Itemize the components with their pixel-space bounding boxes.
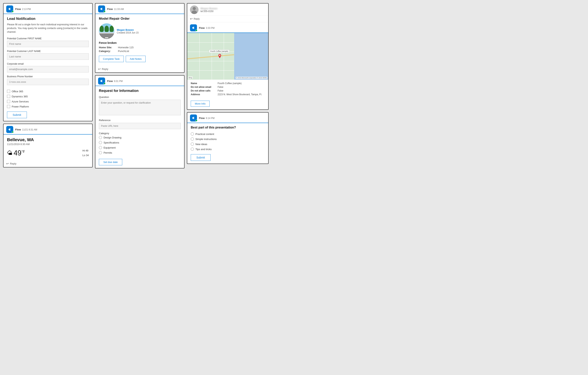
contact-header: Megan Bowen tel:555-0150 bbox=[187, 3, 268, 16]
dynamics365-checkbox[interactable] bbox=[7, 95, 10, 98]
issue-label: Fence broken bbox=[99, 41, 181, 44]
repair-reply: ↩ Reply bbox=[95, 66, 184, 72]
reply-arrow-icon: ↩ bbox=[6, 162, 9, 165]
survey-time: 6:14 PM bbox=[206, 117, 215, 119]
road bbox=[99, 33, 115, 39]
crm-address-val: 2223 N. West Shore Boulevard, Tampa, Fl. bbox=[218, 93, 262, 96]
specifications-radio[interactable] bbox=[99, 141, 102, 144]
contact-avatar bbox=[190, 5, 199, 14]
repair-title: Model Repair Order bbox=[99, 17, 181, 21]
practical-label: Practical content bbox=[195, 133, 214, 136]
more-info-button[interactable]: More Info bbox=[191, 101, 210, 107]
rfi-card: Flow 6:01 PM Request for Information Que… bbox=[95, 75, 185, 168]
svg-point-3 bbox=[219, 55, 220, 56]
power-platform-checkbox[interactable] bbox=[7, 105, 10, 108]
road-v3 bbox=[224, 33, 224, 80]
survey-title: Best part of this presentation? bbox=[191, 126, 265, 129]
power-platform-label: Power Platform bbox=[12, 105, 29, 108]
weather-sender: Flow bbox=[15, 128, 21, 131]
crm-email-key: Do not allow email bbox=[191, 86, 216, 88]
radio-simple[interactable]: Simple instructions bbox=[191, 138, 265, 140]
person-date: Created 2019 Jun 15 bbox=[117, 31, 139, 34]
url-input[interactable] bbox=[99, 123, 181, 129]
temp-unit: °F bbox=[21, 150, 25, 154]
office365-checkbox[interactable] bbox=[7, 90, 10, 93]
repair-reply-label[interactable]: Reply bbox=[102, 68, 108, 71]
person-info: Megan Bowen Created 2019 Jun 15 bbox=[117, 28, 139, 34]
equipment-label: Equipment bbox=[104, 146, 116, 149]
reply-arrow-repair-icon: ↩ bbox=[98, 67, 101, 71]
repair-header-meta: Flow 11:33 AM bbox=[107, 8, 124, 11]
road-h4 bbox=[187, 70, 234, 71]
category-radio-group: Design Drawing Specifications Equipment … bbox=[99, 136, 181, 154]
person-row: Megan Bowen Created 2019 Jun 15 bbox=[99, 23, 181, 39]
card-title: Lead Notification bbox=[7, 17, 89, 21]
rfi-time: 6:01 PM bbox=[114, 80, 123, 83]
rfi-header-meta: Flow 6:01 PM bbox=[107, 80, 123, 83]
azure-checkbox[interactable] bbox=[7, 100, 10, 103]
azure-label: Azure Services bbox=[12, 100, 29, 103]
radio-equipment[interactable]: Equipment bbox=[99, 146, 181, 149]
checkbox-dynamics365[interactable]: Dynamics 365 bbox=[7, 95, 89, 98]
radio-permits[interactable]: Permits bbox=[99, 151, 181, 154]
hi-temp: Hi 49 bbox=[82, 148, 89, 153]
online-indicator bbox=[12, 11, 14, 12]
reply-label[interactable]: Reply bbox=[10, 162, 16, 165]
radio-design-drawing[interactable]: Design Drawing bbox=[99, 136, 181, 139]
simple-label: Simple instructions bbox=[195, 138, 217, 140]
add-notes-button[interactable]: Add Notes bbox=[126, 56, 146, 62]
online-indicator-repair bbox=[104, 11, 105, 12]
simple-radio[interactable] bbox=[191, 138, 194, 140]
radio-tips[interactable]: Tips and tricks bbox=[191, 148, 265, 151]
checkbox-azure[interactable]: Azure Services bbox=[7, 100, 89, 103]
map-header-meta: Flow 3:33 PM bbox=[199, 26, 214, 29]
last-name-input[interactable] bbox=[7, 53, 89, 60]
temperature: 49°F bbox=[14, 149, 25, 157]
flow-icon-repair bbox=[98, 5, 105, 12]
radio-new-ideas[interactable]: New ideas bbox=[191, 142, 265, 146]
office365-label: Office 365 bbox=[12, 90, 23, 93]
email-label: Corporate email bbox=[7, 63, 89, 65]
weather-reply: ↩ Reply bbox=[3, 160, 92, 167]
phone-input[interactable] bbox=[7, 79, 89, 85]
design-drawing-radio[interactable] bbox=[99, 136, 102, 139]
practical-radio[interactable] bbox=[191, 132, 194, 136]
set-due-date-button[interactable]: Set due date bbox=[99, 159, 122, 165]
specifications-label: Specifications bbox=[104, 141, 119, 144]
email-input[interactable] bbox=[7, 66, 89, 72]
flow-icon-survey bbox=[190, 115, 197, 121]
map-label: Fourth Coffee (sample) bbox=[209, 50, 229, 53]
contact-reply-label[interactable]: Reply bbox=[194, 18, 200, 20]
permits-radio[interactable] bbox=[99, 151, 102, 154]
road-h1 bbox=[187, 42, 234, 43]
repair-order-card: Flow 11:33 AM Model Repair Order bbox=[95, 3, 185, 73]
checkbox-office365[interactable]: Office 365 bbox=[7, 90, 89, 93]
reply-arrow-contact-icon: ↩ bbox=[190, 17, 192, 21]
radio-specifications[interactable]: Specifications bbox=[99, 141, 181, 144]
tips-label: Tips and tricks bbox=[195, 148, 211, 151]
new-ideas-radio[interactable] bbox=[191, 142, 194, 146]
map-sender: Flow bbox=[199, 26, 205, 29]
weather-header: Flow 11/21 8:31 AM bbox=[3, 124, 92, 135]
first-name-input[interactable] bbox=[7, 41, 89, 47]
question-textarea[interactable] bbox=[99, 100, 181, 115]
online-indicator-rfi bbox=[104, 83, 105, 85]
submit-button[interactable]: Submit bbox=[7, 112, 27, 118]
radio-practical[interactable]: Practical content bbox=[191, 132, 265, 136]
equipment-radio[interactable] bbox=[99, 146, 102, 149]
online-indicator-survey bbox=[195, 119, 197, 121]
checkbox-power-platform[interactable]: Power Platform bbox=[7, 105, 89, 108]
lo-temp: Lo 34 bbox=[82, 153, 89, 158]
home-site-key: Home Site: bbox=[99, 46, 116, 49]
weather-sun-icon: 🌤 bbox=[7, 150, 12, 156]
tips-radio[interactable] bbox=[191, 148, 194, 151]
map-flow-header: Flow 3:33 PM bbox=[187, 22, 268, 33]
rfi-header: Flow 6:01 PM bbox=[95, 75, 184, 86]
road-h3 bbox=[187, 61, 234, 61]
complete-task-button[interactable]: Complete Task bbox=[99, 56, 124, 62]
crm-name-row: Name Fourth Coffee (sample) bbox=[191, 82, 265, 85]
lead-notification-body: Lead Notification Please fill out a sing… bbox=[3, 14, 92, 121]
rfi-title: Request for Information bbox=[99, 89, 181, 93]
lead-notification-header: Flow 2:13 PM bbox=[3, 3, 92, 14]
survey-submit-button[interactable]: Submit bbox=[191, 154, 210, 161]
